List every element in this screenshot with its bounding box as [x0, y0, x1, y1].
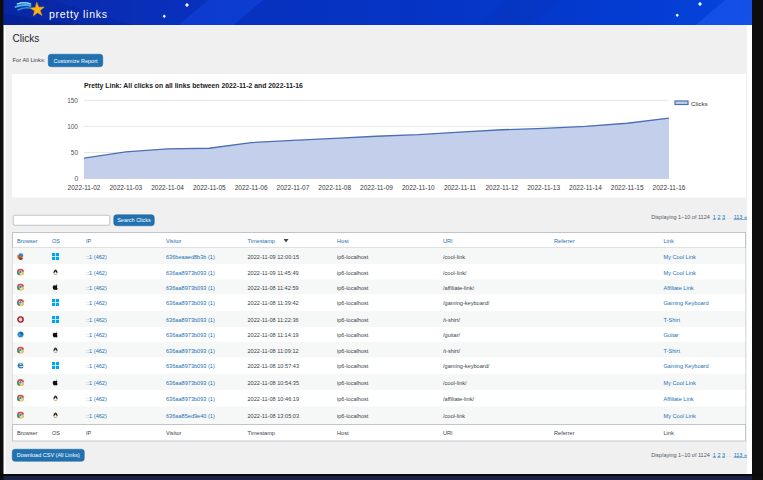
svg-text:2022-11-16: 2022-11-16: [653, 184, 686, 191]
svg-text:2022-11-02: 2022-11-02: [68, 184, 101, 191]
svg-text:150: 150: [67, 97, 78, 104]
svg-text:50: 50: [71, 149, 79, 156]
svg-text:2022-11-15: 2022-11-15: [611, 184, 644, 191]
svg-text:2022-11-04: 2022-11-04: [151, 184, 184, 191]
svg-text:2022-11-12: 2022-11-12: [485, 184, 518, 191]
svg-text:2022-11-06: 2022-11-06: [235, 184, 268, 191]
svg-text:2022-11-13: 2022-11-13: [527, 184, 560, 191]
svg-text:100: 100: [67, 123, 78, 130]
svg-text:2022-11-10: 2022-11-10: [402, 184, 435, 191]
svg-text:Clicks: Clicks: [691, 100, 708, 107]
svg-text:2022-11-08: 2022-11-08: [318, 184, 351, 191]
svg-text:2022-11-03: 2022-11-03: [109, 184, 142, 191]
svg-text:2022-11-11: 2022-11-11: [444, 184, 477, 191]
svg-text:Pretty Link: All clicks on all: Pretty Link: All clicks on all links bet…: [84, 82, 303, 90]
svg-text:0: 0: [74, 175, 78, 182]
svg-text:2022-11-14: 2022-11-14: [569, 184, 602, 191]
svg-text:2022-11-05: 2022-11-05: [193, 184, 226, 191]
svg-text:2022-11-07: 2022-11-07: [277, 184, 310, 191]
svg-text:2022-11-09: 2022-11-09: [360, 184, 393, 191]
